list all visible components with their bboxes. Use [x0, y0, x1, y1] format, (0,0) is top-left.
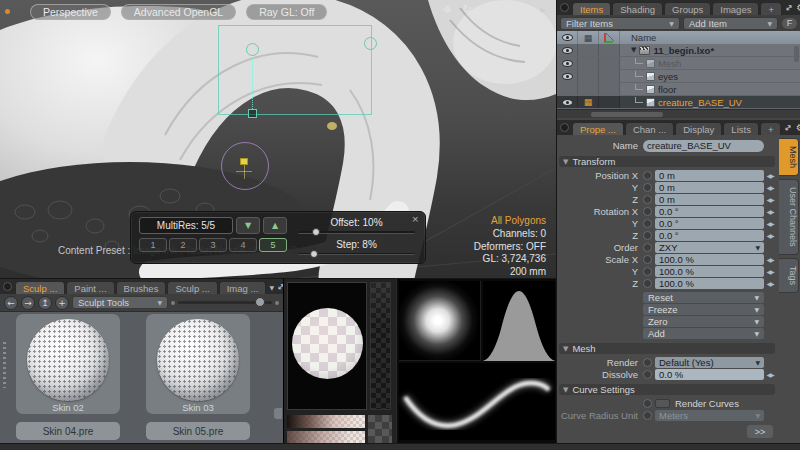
spinner-icon[interactable]: ◀▶ [764, 172, 776, 179]
tab-add[interactable]: + [760, 2, 782, 15]
offset-slider-handle[interactable] [312, 228, 320, 236]
step-slider-handle[interactable] [310, 250, 318, 258]
scale-y-field[interactable]: 100.0 % [655, 266, 764, 277]
channel-dot-icon[interactable] [643, 195, 652, 204]
visibility-column-header[interactable] [557, 31, 578, 44]
tab-groups[interactable]: Groups [664, 2, 711, 15]
falloff-rectangle-widget[interactable] [218, 25, 372, 115]
channel-dot-icon[interactable] [643, 399, 652, 408]
tool-center-handle[interactable] [240, 158, 248, 165]
maximize-icon[interactable]: ↕ [501, 3, 514, 16]
level-5-button[interactable]: 5 [259, 238, 287, 252]
tab-images[interactable]: Imag ... [219, 281, 267, 294]
channel-dot-icon[interactable] [643, 255, 652, 264]
spinner-icon[interactable]: ◀▶ [764, 256, 776, 263]
perspective-button[interactable]: Perspective [30, 4, 111, 20]
add-item-dropdown[interactable]: Add Item ▼ [683, 17, 778, 30]
spinner-icon[interactable]: ◀▶ [764, 220, 776, 227]
mesh-section-header[interactable]: ▼ Mesh [559, 343, 775, 354]
gear-icon[interactable]: ⚙ [521, 3, 534, 16]
tab-display[interactable]: Display [675, 122, 722, 135]
position-z-field[interactable]: 0 m [655, 194, 764, 205]
freeze-button[interactable]: Freeze▼ [643, 304, 764, 315]
thumbnail-size-slider[interactable] [178, 301, 272, 304]
scale-z-field[interactable]: 100.0 % [655, 278, 764, 289]
spinner-icon[interactable]: ◀▶ [764, 196, 776, 203]
channel-dot-icon[interactable] [643, 267, 652, 276]
tab-sculpt-2[interactable]: Sculp ... [167, 281, 217, 294]
curve-settings-section-header[interactable]: ▼ Curve Settings [559, 384, 775, 395]
tab-paint[interactable]: Paint ... [66, 281, 114, 294]
channel-dot-icon[interactable] [643, 231, 652, 240]
multires-up-button[interactable]: ▲ [263, 217, 287, 234]
preset-skin-05[interactable]: Skin 05.pre [146, 422, 250, 440]
multires-readout[interactable]: MultiRes: 5/5 [139, 217, 233, 234]
channel-dot-icon[interactable] [643, 183, 652, 192]
item-row-eyes[interactable]: eyes [557, 70, 800, 83]
item-row-floor[interactable]: floor [557, 83, 800, 96]
position-x-field[interactable]: 0 m [655, 170, 764, 181]
brush-falloff-preview[interactable] [399, 281, 481, 361]
locator-column-header[interactable] [599, 31, 620, 44]
brush-tip-preview-box[interactable] [287, 282, 367, 410]
side-tab-user-channels[interactable]: User Channels [779, 179, 799, 255]
zero-button[interactable]: Zero▼ [643, 316, 764, 327]
step-slider[interactable] [298, 253, 415, 256]
panel-expand-icon[interactable]: ↕ [782, 121, 794, 133]
curve-radius-unit-dropdown[interactable]: Meters▼ [655, 410, 764, 421]
channel-dot-icon[interactable] [643, 279, 652, 288]
hud-close-icon[interactable]: × [411, 214, 419, 224]
panel-gear-icon[interactable]: ⚙ [797, 2, 800, 13]
visibility-toggle[interactable] [557, 44, 578, 56]
brush-cursor-circle[interactable] [221, 142, 269, 190]
rotation-y-field[interactable]: 0.0 ° [655, 218, 764, 229]
falloff-handle-circle-right[interactable] [364, 37, 377, 50]
sculpt-tools-dropdown[interactable]: Sculpt Tools ▼ [72, 296, 168, 309]
name-column-header[interactable]: Name [620, 31, 800, 44]
brush-stroke-preview[interactable] [399, 363, 555, 440]
spinner-icon[interactable]: ◀▶ [764, 208, 776, 215]
level-1-button[interactable]: 1 [139, 238, 167, 252]
thumbnail-size-handle[interactable] [255, 297, 265, 307]
panel-thumb-icon[interactable] [3, 282, 12, 291]
transparency-checker-swatch[interactable] [368, 415, 392, 443]
tab-add[interactable]: + [760, 122, 782, 135]
flyout-icon[interactable]: ▶ [541, 6, 546, 14]
orbit-icon[interactable]: ↻ [461, 3, 474, 16]
channel-dot-icon[interactable] [643, 219, 652, 228]
render-toggle[interactable]: ▦ [578, 96, 599, 108]
multires-down-button[interactable]: ▼ [236, 217, 260, 234]
tab-images[interactable]: Images [712, 2, 759, 15]
render-curves-checkbox[interactable] [655, 399, 670, 408]
preset-scroll-nub[interactable] [274, 408, 282, 419]
alpha-gradient-strip[interactable] [370, 282, 391, 410]
visibility-toggle[interactable] [557, 70, 578, 82]
raygl-toggle-button[interactable]: Ray GL: Off [246, 4, 327, 20]
level-2-button[interactable]: 2 [169, 238, 197, 252]
tab-items[interactable]: Items [572, 2, 611, 15]
level-4-button[interactable]: 4 [229, 238, 257, 252]
side-tab-tags[interactable]: Tags [779, 258, 799, 293]
transform-section-header[interactable]: ▼ Transform [559, 156, 775, 167]
item-row-scene[interactable]: ▼ 11_begin.lxo* [557, 44, 800, 57]
channel-dot-icon[interactable] [643, 207, 652, 216]
spinner-icon[interactable]: ◀▶ [764, 268, 776, 275]
order-dropdown[interactable]: ZXY▼ [655, 242, 764, 253]
color-ramp-2[interactable] [287, 431, 365, 443]
viewport-3d[interactable]: Perspective Advanced OpenGL Ray GL: Off … [0, 0, 556, 278]
dissolve-field[interactable]: 0.0 % [655, 369, 764, 380]
channel-dot-icon[interactable] [643, 243, 652, 252]
reset-button[interactable]: Reset▼ [643, 292, 764, 303]
offset-slider[interactable] [298, 231, 415, 234]
filter-f-button[interactable]: F [781, 17, 798, 30]
add-preset-button[interactable]: + [55, 296, 69, 310]
tab-channels[interactable]: Chan ... [625, 122, 674, 135]
back-button[interactable]: ← [4, 296, 18, 310]
panel-grip[interactable] [3, 342, 6, 388]
channel-dot-icon[interactable] [643, 171, 652, 180]
tab-overflow-icon[interactable]: ▼ [269, 284, 274, 291]
spinner-icon[interactable]: ◀▶ [764, 184, 776, 191]
render-dropdown[interactable]: Default (Yes)▼ [655, 357, 764, 368]
color-ramp-1[interactable] [287, 415, 365, 428]
panel-expand-icon[interactable]: ↕ [783, 1, 795, 13]
